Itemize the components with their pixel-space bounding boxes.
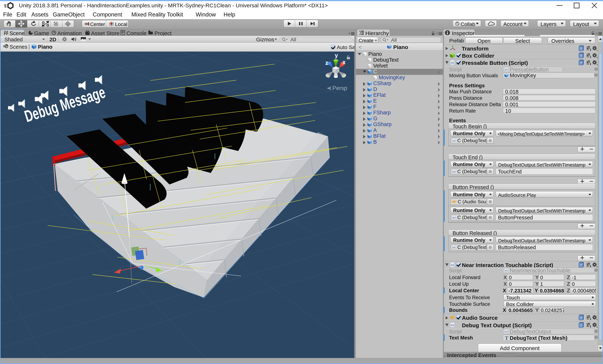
- svg-text:A: A: [373, 127, 377, 133]
- svg-text:G: G: [373, 115, 377, 121]
- svg-text:z: z: [325, 60, 328, 66]
- svg-text:Piano: Piano: [368, 51, 382, 57]
- svg-text:EFlat: EFlat: [373, 92, 386, 98]
- svg-text:Velvet: Velvet: [373, 63, 388, 69]
- svg-text:MovingKey: MovingKey: [379, 75, 405, 80]
- svg-text:x: x: [342, 59, 346, 65]
- svg-text:CSharp: CSharp: [373, 80, 391, 86]
- svg-text:F: F: [373, 104, 377, 110]
- svg-text:Persp: Persp: [332, 85, 347, 91]
- svg-text:C: C: [373, 69, 377, 75]
- svg-text:DebugText: DebugText: [373, 57, 399, 63]
- svg-text:E: E: [373, 98, 377, 104]
- svg-text:D: D: [373, 86, 377, 92]
- svg-text:B: B: [373, 139, 377, 145]
- svg-text:y: y: [335, 52, 338, 59]
- svg-text:FSharp: FSharp: [373, 110, 391, 115]
- svg-text:BFlat: BFlat: [373, 133, 386, 139]
- svg-text:GSharp: GSharp: [373, 121, 392, 127]
